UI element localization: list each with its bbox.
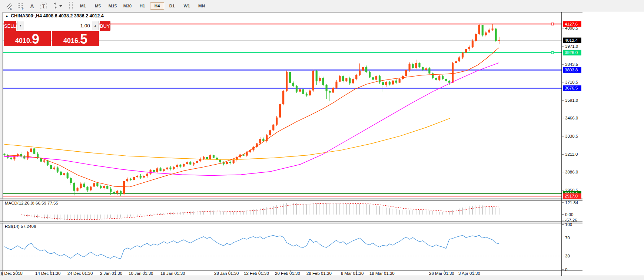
candle-body bbox=[326, 85, 328, 91]
candle-body bbox=[375, 76, 377, 80]
timeframe-button-h1[interactable]: H1 bbox=[135, 2, 149, 10]
price-axis-label: 3086.0 bbox=[565, 170, 578, 174]
time-axis-label: 6 Dec 2018 bbox=[1, 271, 23, 276]
timeframe-button-d1[interactable]: D1 bbox=[165, 2, 179, 10]
macd-panel-divider[interactable] bbox=[0, 199, 582, 200]
timeframe-button-m15[interactable]: M15 bbox=[106, 2, 120, 10]
buy-button[interactable]: BUY bbox=[100, 21, 110, 31]
candle-body bbox=[462, 53, 464, 57]
sell-price-display[interactable]: 4010.9 bbox=[4, 31, 51, 46]
candle-body bbox=[186, 162, 188, 164]
candle-body bbox=[362, 67, 364, 71]
bottom-window-edge bbox=[0, 276, 644, 280]
candle-body bbox=[86, 187, 88, 190]
rsi-panel-divider[interactable] bbox=[0, 222, 582, 223]
timeframe-button-mn[interactable]: MN bbox=[195, 2, 209, 10]
candle-body bbox=[309, 91, 311, 95]
text-label-icon[interactable]: T bbox=[38, 1, 49, 11]
time-axis-label: 2 Jan 01:30 bbox=[100, 271, 122, 276]
mt4-window: 4098.53971.03843.53718.53591.03466.03338… bbox=[0, 0, 644, 280]
candle-body bbox=[219, 160, 221, 162]
candle-body bbox=[153, 170, 155, 172]
arrows-tool-icon[interactable] bbox=[50, 1, 64, 11]
candle-body bbox=[352, 79, 354, 83]
candle-body bbox=[43, 161, 45, 162]
candle-body bbox=[345, 78, 347, 81]
timeframe-button-m1[interactable]: M1 bbox=[76, 2, 90, 10]
timeframe-buttons: M1M5M15M30H1H4D1W1MN bbox=[76, 2, 209, 10]
candle-body bbox=[495, 28, 497, 41]
equidistant-channel-icon[interactable]: E bbox=[4, 1, 14, 11]
candle-body bbox=[262, 139, 264, 141]
candle-body bbox=[216, 158, 218, 160]
candle-body bbox=[482, 25, 484, 35]
candle-body bbox=[136, 176, 138, 177]
candle-body bbox=[166, 168, 168, 169]
sell-button[interactable]: SELL bbox=[4, 21, 16, 31]
candle-body bbox=[93, 183, 95, 186]
candle-body bbox=[27, 152, 29, 159]
symbol-triangle-icon: ▲ bbox=[5, 14, 9, 18]
candle-body bbox=[415, 63, 417, 68]
candle-body bbox=[30, 148, 32, 152]
candle-body bbox=[106, 186, 108, 189]
candle-body bbox=[355, 75, 357, 79]
hline-marker[interactable] bbox=[551, 23, 554, 25]
candle-body bbox=[339, 76, 341, 82]
top-toolbar: E F A T M1M5M15M30H1H4D1W1MN bbox=[0, 0, 644, 12]
candle-body bbox=[10, 158, 12, 159]
svg-text:T: T bbox=[42, 4, 45, 9]
price-axis-label: 3718.5 bbox=[565, 80, 578, 84]
macd-axis-label: -57.26 bbox=[565, 218, 577, 222]
hline-marker[interactable] bbox=[551, 51, 554, 54]
candle-body bbox=[73, 183, 75, 191]
sell-price-main: 4010. bbox=[15, 36, 32, 45]
price-axis-label: 3843.5 bbox=[565, 62, 578, 67]
candle-body bbox=[488, 30, 490, 33]
svg-text:F: F bbox=[22, 7, 24, 10]
candle-body bbox=[319, 78, 321, 81]
volume-increase-button[interactable]: ▲ bbox=[92, 21, 99, 30]
candle-body bbox=[435, 78, 437, 80]
candle-body bbox=[126, 179, 128, 181]
volume-stepper: ▼ ▲ bbox=[17, 21, 99, 30]
time-axis-label: 3 Apr 01:30 bbox=[458, 271, 480, 276]
timeframe-button-w1[interactable]: W1 bbox=[180, 2, 194, 10]
candle-body bbox=[156, 168, 158, 172]
toolbar-grip[interactable] bbox=[69, 2, 73, 10]
candle-body bbox=[405, 70, 407, 76]
time-axis-label: 20 Feb 01:30 bbox=[275, 271, 300, 276]
timeframe-button-h4[interactable]: H4 bbox=[150, 2, 164, 10]
candle-body bbox=[123, 181, 125, 194]
candle-body bbox=[63, 173, 65, 175]
price-badge-label: 4127.6 bbox=[565, 22, 578, 26]
rsi-axis-label: 30 bbox=[565, 254, 570, 258]
time-axis-label: 24 Dec 01:30 bbox=[67, 271, 93, 276]
rsi-axis-label: 70 bbox=[565, 236, 570, 240]
candle-body bbox=[150, 170, 152, 174]
candle-body bbox=[452, 63, 454, 82]
rsi-axis-label: 0 bbox=[565, 267, 567, 272]
timeframe-button-m5[interactable]: M5 bbox=[91, 2, 105, 10]
candle-body bbox=[385, 82, 387, 85]
candle-body bbox=[412, 64, 414, 68]
fibonacci-icon[interactable]: F bbox=[15, 1, 26, 11]
sell-price-big-digit: 9 bbox=[32, 33, 39, 45]
timeframe-button-m30[interactable]: M30 bbox=[120, 2, 135, 10]
one-click-trading-panel: SELL ▼ ▲ BUY 4010.9 4016.5 bbox=[4, 21, 99, 46]
buy-price-display[interactable]: 4016.5 bbox=[52, 31, 99, 46]
candle-body bbox=[193, 163, 195, 165]
candle-body bbox=[498, 40, 500, 41]
volume-input[interactable] bbox=[24, 21, 92, 30]
time-axis-label: 8 Mar 01:30 bbox=[341, 271, 364, 276]
price-axis-label: 3971.0 bbox=[565, 44, 578, 48]
candle-body bbox=[57, 168, 59, 172]
candle-body bbox=[282, 91, 284, 104]
candle-body bbox=[409, 64, 411, 70]
volume-decrease-button[interactable]: ▼ bbox=[17, 21, 24, 30]
candle-body bbox=[110, 189, 112, 192]
candle-body bbox=[392, 81, 394, 85]
candle-body bbox=[33, 148, 35, 154]
candle-body bbox=[113, 192, 115, 193]
text-tool-icon[interactable]: A bbox=[27, 1, 37, 11]
